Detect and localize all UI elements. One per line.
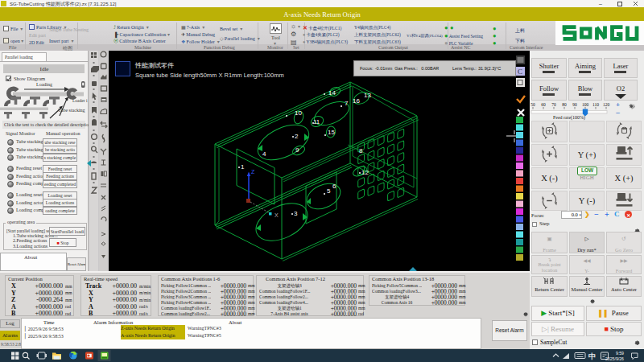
svg-text:9: 9 bbox=[295, 146, 299, 154]
svg-text:2: 2 bbox=[295, 133, 299, 140]
svg-text:3: 3 bbox=[294, 210, 298, 217]
svg-text:C: C bbox=[518, 68, 522, 76]
svg-text:中: 中 bbox=[588, 352, 596, 360]
svg-text:15: 15 bbox=[328, 129, 335, 136]
svg-text:9:59: 9:59 bbox=[616, 351, 624, 356]
svg-text:16: 16 bbox=[353, 97, 360, 105]
svg-text:2025/9/26: 2025/9/26 bbox=[605, 356, 624, 361]
svg-text:8: 8 bbox=[359, 147, 363, 154]
svg-text:50: 50 bbox=[530, 102, 535, 107]
svg-text:60: 60 bbox=[541, 102, 546, 107]
svg-text:13: 13 bbox=[364, 92, 371, 99]
svg-text:120: 120 bbox=[603, 102, 610, 107]
svg-text:90: 90 bbox=[572, 102, 577, 107]
svg-text:5: 5 bbox=[327, 187, 331, 195]
svg-text:11: 11 bbox=[313, 118, 320, 125]
svg-text:70: 70 bbox=[551, 102, 556, 107]
svg-text:12: 12 bbox=[361, 169, 369, 176]
svg-text:14: 14 bbox=[328, 89, 336, 97]
svg-text:X: X bbox=[275, 212, 279, 218]
svg-text:110: 110 bbox=[592, 102, 599, 107]
svg-text:Z: Z bbox=[251, 169, 255, 175]
svg-text:100: 100 bbox=[582, 102, 589, 107]
svg-text:6: 6 bbox=[332, 183, 336, 190]
svg-text:4: 4 bbox=[262, 150, 266, 158]
svg-text:10: 10 bbox=[295, 109, 302, 117]
svg-text:7: 7 bbox=[345, 100, 349, 107]
svg-text:80: 80 bbox=[562, 102, 567, 107]
svg-text:1: 1 bbox=[241, 163, 245, 171]
